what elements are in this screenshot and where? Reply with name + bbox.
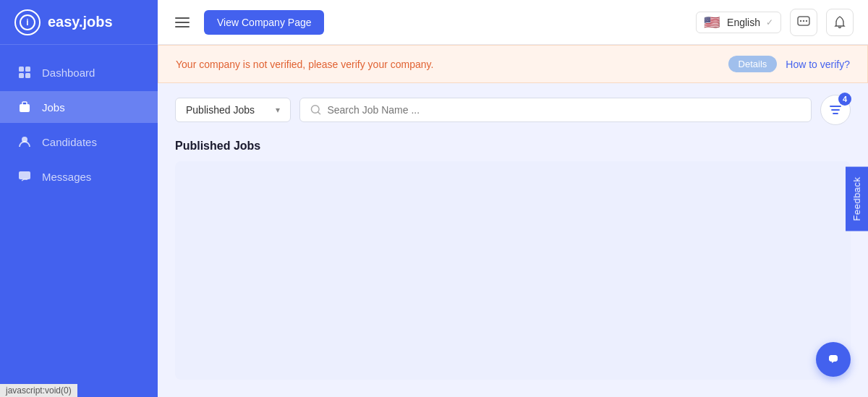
alert-message: Your company is not verified, please ver… [176, 59, 433, 70]
details-button[interactable]: Details [728, 56, 778, 72]
hamburger-button[interactable] [172, 14, 192, 30]
jobs-icon [17, 100, 32, 114]
sidebar-item-label: Candidates [42, 136, 97, 148]
svg-rect-3 [25, 67, 30, 72]
filter-badge-button[interactable]: 4 [820, 95, 851, 125]
svg-rect-5 [25, 73, 30, 78]
svg-point-11 [800, 20, 801, 21]
chat-icon-button[interactable] [790, 9, 817, 36]
svg-point-12 [803, 20, 804, 21]
view-company-button[interactable]: View Company Page [204, 10, 324, 35]
sidebar-item-candidates[interactable]: Candidates [0, 126, 158, 158]
chat-bubble-button[interactable] [816, 342, 851, 377]
flag-icon: 🇺🇸 [704, 17, 721, 28]
job-filter-dropdown[interactable]: Published Jobs ▾ [175, 98, 291, 122]
how-to-verify-link[interactable]: How to verify? [786, 59, 850, 70]
header-left: View Company Page [172, 10, 324, 35]
filter-count-badge: 4 [838, 93, 851, 106]
svg-text:i: i [26, 17, 28, 27]
sidebar-item-label: Messages [42, 171, 91, 183]
sidebar-item-messages[interactable]: Messages [0, 161, 158, 192]
messages-icon [17, 169, 32, 184]
sidebar-item-dashboard[interactable]: Dashboard [0, 56, 158, 88]
header: View Company Page 🇺🇸 English ✓ [158, 0, 868, 45]
app-name: easy.jobs [48, 14, 113, 30]
search-icon [310, 104, 321, 116]
jobs-toolbar: Published Jobs ▾ 4 [158, 83, 868, 137]
logo-icon: i [14, 9, 41, 35]
search-input[interactable] [327, 104, 801, 116]
check-icon: ✓ [766, 17, 773, 27]
jobs-list [175, 161, 851, 380]
main-content: View Company Page 🇺🇸 English ✓ [158, 0, 868, 397]
svg-point-13 [806, 20, 807, 21]
svg-rect-9 [19, 171, 30, 179]
sidebar-logo: i easy.jobs [0, 0, 158, 45]
sidebar-item-label: Dashboard [42, 67, 95, 79]
chevron-down-icon: ▾ [276, 105, 280, 115]
alert-banner: Your company is not verified, please ver… [158, 45, 868, 83]
notification-bell-button[interactable] [826, 9, 854, 36]
feedback-tab[interactable]: Feedback [846, 166, 868, 231]
language-label: English [727, 17, 760, 28]
job-search-box [299, 98, 812, 122]
svg-rect-7 [22, 102, 27, 105]
language-selector[interactable]: 🇺🇸 English ✓ [696, 12, 781, 33]
section-title: Published Jobs [158, 137, 868, 161]
svg-rect-4 [19, 73, 24, 78]
filter-icon [829, 105, 842, 115]
alert-actions: Details How to verify? [728, 56, 850, 72]
status-bar: javascript:void(0) [0, 384, 77, 397]
header-right: 🇺🇸 English ✓ [696, 9, 854, 36]
svg-rect-2 [19, 67, 24, 72]
candidates-icon [17, 135, 32, 149]
sidebar: i easy.jobs Dashboard [0, 0, 158, 397]
page-content: Your company is not verified, please ver… [158, 45, 868, 397]
sidebar-navigation: Dashboard Jobs Candidates [0, 45, 158, 204]
dashboard-icon [17, 65, 32, 80]
sidebar-item-jobs[interactable]: Jobs [0, 91, 158, 123]
filter-label: Published Jobs [186, 104, 255, 116]
sidebar-item-label: Jobs [42, 101, 65, 114]
